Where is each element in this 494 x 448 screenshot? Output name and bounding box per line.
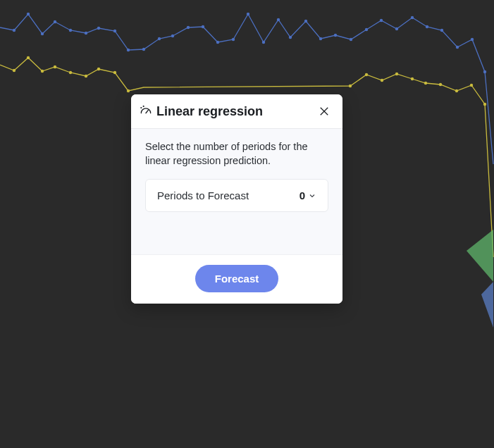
svg-point-5	[85, 32, 87, 35]
svg-point-32	[483, 70, 486, 73]
svg-point-11	[171, 35, 174, 37]
svg-point-34	[27, 56, 30, 59]
close-icon	[318, 105, 331, 118]
svg-point-22	[334, 34, 337, 37]
svg-point-15	[232, 38, 235, 41]
periods-label: Periods to Forecast	[157, 189, 249, 201]
svg-point-23	[350, 38, 352, 41]
svg-point-2	[41, 32, 44, 35]
svg-point-31	[471, 38, 474, 41]
svg-point-20	[304, 20, 307, 23]
modal-header: Linear regression	[131, 94, 342, 129]
svg-point-3	[54, 20, 56, 23]
svg-point-49	[455, 89, 458, 92]
svg-point-55	[141, 108, 142, 108]
svg-marker-52	[467, 230, 493, 282]
svg-point-41	[127, 89, 130, 92]
svg-point-44	[381, 79, 383, 82]
svg-point-37	[69, 71, 72, 74]
svg-point-26	[395, 27, 398, 30]
svg-point-43	[365, 73, 368, 76]
close-button[interactable]	[316, 103, 333, 120]
svg-point-36	[54, 66, 56, 68]
svg-point-21	[319, 37, 322, 40]
svg-point-14	[216, 41, 219, 44]
svg-point-38	[85, 75, 87, 77]
svg-point-50	[470, 84, 473, 87]
modal-description: Select the number of periods for the lin…	[145, 140, 328, 168]
svg-point-48	[439, 83, 442, 86]
svg-point-4	[69, 29, 72, 32]
svg-point-1	[27, 13, 30, 15]
svg-point-7	[113, 30, 116, 32]
svg-point-25	[380, 19, 383, 22]
svg-point-42	[349, 85, 352, 87]
svg-point-40	[113, 71, 116, 74]
svg-point-28	[426, 25, 428, 28]
svg-point-16	[247, 13, 249, 15]
svg-point-0	[13, 29, 16, 32]
svg-point-46	[411, 77, 414, 80]
svg-point-12	[187, 26, 190, 29]
svg-point-39	[97, 68, 100, 70]
periods-value: 0	[300, 189, 305, 201]
svg-point-24	[365, 28, 368, 31]
svg-point-45	[395, 73, 398, 75]
svg-point-30	[456, 46, 459, 49]
svg-point-35	[41, 70, 44, 73]
svg-point-47	[424, 82, 427, 85]
svg-point-51	[483, 103, 486, 106]
svg-point-17	[262, 41, 265, 44]
periods-dropdown[interactable]: 0	[300, 189, 316, 201]
svg-point-29	[440, 29, 443, 32]
svg-point-9	[142, 48, 145, 51]
forecast-icon	[138, 104, 154, 119]
svg-marker-53	[481, 282, 493, 328]
svg-point-19	[289, 36, 292, 39]
forecast-modal: Linear regression Select the number of p…	[131, 94, 342, 304]
modal-title: Linear regression	[156, 104, 316, 119]
chevron-down-icon	[308, 192, 316, 200]
svg-point-6	[97, 27, 100, 30]
svg-point-13	[202, 25, 204, 28]
svg-point-56	[143, 106, 144, 107]
svg-point-33	[13, 69, 16, 72]
svg-point-10	[158, 37, 161, 40]
periods-field: Periods to Forecast 0	[145, 179, 328, 212]
svg-point-18	[277, 18, 280, 21]
modal-body: Select the number of periods for the lin…	[131, 129, 342, 254]
svg-point-8	[127, 49, 130, 51]
svg-point-27	[411, 16, 414, 19]
modal-footer: Forecast	[131, 254, 342, 304]
forecast-button[interactable]: Forecast	[195, 265, 279, 292]
svg-line-54	[146, 110, 148, 113]
